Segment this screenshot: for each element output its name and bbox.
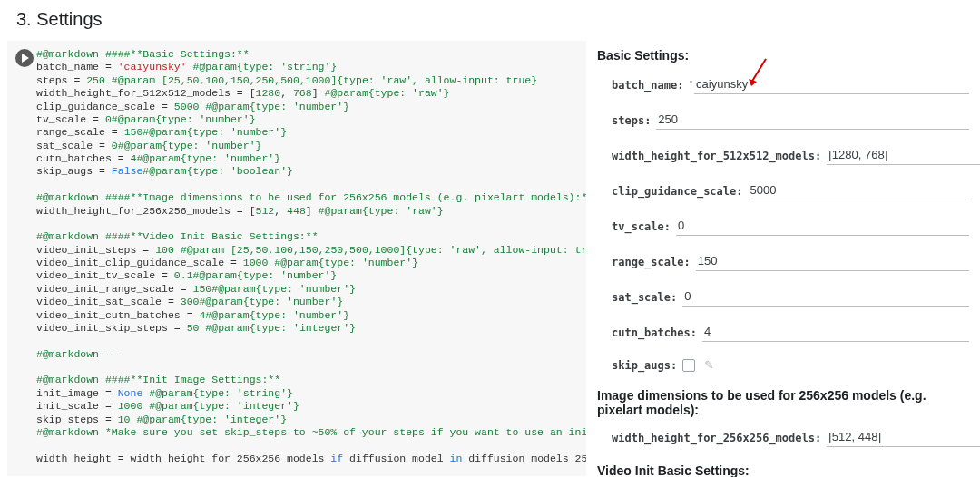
field-label: batch_name (612, 79, 677, 92)
string-quote-prefix: " (689, 80, 692, 90)
field-batch-name: batch_name: " (612, 75, 969, 94)
field-cutn: cutn_batches: (612, 323, 969, 342)
field-sat: sat_scale: (612, 287, 969, 307)
field-wh256: width_height_for_256x256_models: (612, 428, 969, 447)
code-editor[interactable]: #@markdown ####**Basic Settings:** batch… (36, 41, 586, 472)
field-label: cutn_batches (612, 326, 691, 339)
code-cell[interactable]: #@markdown ####**Basic Settings:** batch… (7, 41, 586, 476)
form-panel: Basic Settings: batch_name: " steps: wid… (586, 41, 978, 477)
batch-name-input[interactable] (694, 75, 969, 94)
field-clip: clip_guidance_scale: (612, 181, 969, 200)
field-label: width_height_for_256x256_models (612, 432, 815, 444)
field-steps: steps: (612, 111, 969, 130)
wh256-input[interactable] (827, 428, 980, 447)
field-label: sat_scale (612, 291, 671, 304)
field-label: width_height_for_512x512_models (612, 150, 815, 162)
field-range: range_scale: (612, 252, 969, 271)
form-heading-basic: Basic Settings: (597, 48, 969, 63)
field-tv: tv_scale: (612, 217, 969, 236)
sat-input[interactable] (682, 287, 969, 307)
field-wh512: width_height_for_512x512_models: (612, 146, 969, 165)
section-heading: 3. Settings (0, 0, 980, 41)
field-label: steps (612, 114, 644, 127)
form-heading-256: Image dimensions to be used for 256x256 … (597, 388, 969, 417)
field-label: tv_scale (612, 220, 664, 233)
range-input[interactable] (696, 252, 969, 271)
steps-input[interactable] (656, 111, 969, 130)
field-label: clip_guidance_scale (612, 185, 736, 198)
pencil-icon[interactable]: ✎ (704, 358, 714, 372)
run-cell-button[interactable] (15, 49, 34, 67)
field-label: skip_augs (612, 359, 671, 372)
cutn-input[interactable] (702, 323, 969, 342)
form-heading-video: Video Init Basic Settings: (597, 463, 969, 477)
field-skip-augs: skip_augs: ✎ (612, 358, 969, 372)
wh512-input[interactable] (827, 146, 980, 165)
skip-augs-checkbox[interactable] (682, 359, 695, 372)
tv-input[interactable] (676, 217, 969, 236)
play-icon (21, 54, 30, 63)
field-label: range_scale (612, 256, 683, 268)
clip-input[interactable] (749, 181, 969, 200)
